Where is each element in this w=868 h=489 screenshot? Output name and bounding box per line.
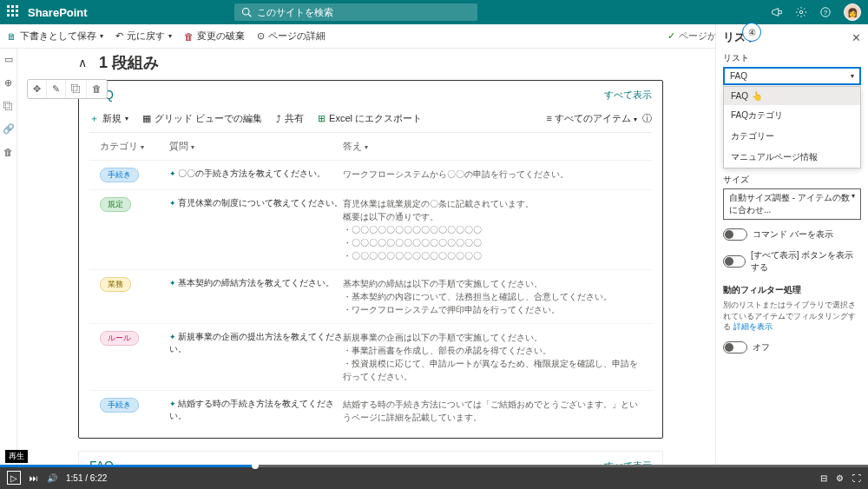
sparkle-icon: ✦ [169,169,176,178]
section-title: 1 段組み [99,52,159,73]
captions-icon[interactable]: ⊟ [820,473,827,483]
table-header: カテゴリ ▾ 質問 ▾ 答え ▾ [89,133,652,160]
search-icon [241,7,252,17]
question-text: 〇〇の手続き方法を教えてください。 [178,169,326,178]
fullscreen-icon[interactable]: ⛶ [852,473,861,483]
volume-icon[interactable]: 🔊 [47,473,57,483]
megaphone-icon[interactable] [771,6,783,18]
answer-text: 基本契約の締結は以下の手順で実施してください。・基本契約の内容について、法務担当… [343,277,641,316]
canvas: ∧ 1 段組み ✥ ✎ ⿻ 🗑 FAQ すべて表示 ＋新規▾ ▦グリッド ビュー… [17,49,715,466]
list-field-label: リスト [723,52,861,64]
list-select[interactable]: FAQ▾ [723,67,861,85]
grid-edit-button[interactable]: ▦グリッド ビューでの編集 [142,112,262,125]
move-icon[interactable]: ✥ [28,80,47,98]
video-controls: ▷ ⏭ 🔊 1:51 / 6:22 ⊟ ⚙ ⛶ [0,466,868,489]
category-tag: 規定 [100,197,131,212]
dropdown-option[interactable]: FAQカテゴリ [724,105,860,126]
table-row[interactable]: 規定✦育児休業の制度について教えてください。育児休業は就業規定の〇条に記載されて… [89,189,652,269]
table-row[interactable]: 手続き✦〇〇の手続き方法を教えてください。ワークフローシステムから〇〇の申請を行… [89,160,652,189]
settings-icon[interactable] [795,6,807,18]
category-tag: ルール [100,331,139,346]
dropdown-option[interactable]: カテゴリー [724,126,860,147]
tutorial-callout: ④ [742,23,761,42]
delete-icon[interactable]: 🗑 [3,147,13,157]
list-command-bar: ＋新規▾ ▦グリッド ビューでの編集 ⤴共有 ⊞Excel にエクスポート ≡ … [89,109,652,133]
discard-button[interactable]: 🗑変更の破棄 [184,30,245,43]
undo-button[interactable]: ↶元に戻す▾ [115,30,172,43]
table-row[interactable]: 業務✦基本契約の締結方法を教えてください。基本契約の締結は以下の手順で実施してく… [89,269,652,323]
details-link[interactable]: 詳細を表示 [733,322,773,331]
share-button[interactable]: ⤴共有 [276,112,304,125]
user-avatar[interactable]: 👩 [844,3,861,21]
property-pane: ④ リスト ✕ リスト FAQ▾ FAQ👆 FAQカテゴリ カテゴリー マニュア… [715,24,868,466]
dynamic-filter-toggle[interactable] [723,341,747,354]
dropdown-option[interactable]: マニュアルページ情報 [724,147,860,168]
left-toolbox: ▭ ⊕ ⿻ 🔗 🗑 [0,49,17,466]
search-box[interactable]: このサイトを検索 [234,3,477,21]
question-text: 結婚する時の手続き方法を教えてください。 [169,399,334,420]
add-section-icon[interactable]: ▭ [4,54,13,65]
suite-header: SharePoint このサイトを検索 ? 👩 [0,0,868,24]
question-text: 基本契約の締結方法を教えてください。 [178,278,334,287]
close-icon[interactable]: ✕ [852,31,861,44]
answer-text: 新規事業の企画は以下の手順で実施してください。・事業計画書を作成し、部長の承認を… [343,331,641,383]
svg-point-2 [799,10,803,14]
export-excel-button[interactable]: ⊞Excel にエクスポート [318,112,422,125]
showall-toggle[interactable] [723,255,746,268]
size-label: サイズ [723,174,861,186]
sparkle-icon: ✦ [169,199,176,208]
search-placeholder: このサイトを検索 [257,6,333,19]
list-webpart[interactable]: ✥ ✎ ⿻ 🗑 FAQ すべて表示 ＋新規▾ ▦グリッド ビューでの編集 ⤴共有… [78,80,663,439]
sparkle-icon: ✦ [169,333,176,341]
page-details-button[interactable]: ⊙ページの詳細 [257,30,326,43]
help-icon[interactable]: ? [819,6,832,18]
webpart-toolbar: ✥ ✎ ⿻ 🗑 [27,79,108,99]
duplicate-icon[interactable]: ⿻ [66,80,87,98]
svg-line-1 [248,14,251,17]
info-icon[interactable]: ⓘ [642,112,652,125]
progress-bar[interactable] [0,465,868,467]
toggle-label: オフ [753,341,770,354]
trash-icon[interactable]: 🗑 [87,80,107,98]
svg-text:?: ? [824,9,828,17]
category-tag: 手続き [100,398,139,413]
edit-icon[interactable]: ✎ [47,80,66,98]
table-row[interactable]: 手続き✦結婚する時の手続き方法を教えてください。結婚する時の手続き方法については… [89,390,652,431]
category-tag: 業務 [100,277,131,292]
answer-text: 結婚する時の手続き方法については「ご結婚おめでとうございます。」というページに詳… [343,398,641,424]
cursor-icon: 👆 [752,91,762,101]
settings-icon[interactable]: ⚙ [836,473,844,483]
sparkle-icon: ✦ [169,279,176,287]
collapse-icon[interactable]: ∧ [78,56,87,69]
question-text: 育児休業の制度について教えてください。 [178,198,343,208]
toggle-label: コマンド バーを表示 [753,228,833,241]
show-all-link[interactable]: すべて表示 [604,89,652,102]
sparkle-icon: ✦ [169,400,176,408]
app-launcher-icon[interactable] [7,5,21,19]
filter-heading: 動的フィルター処理 [723,284,861,296]
answer-text: ワークフローシステムから〇〇の申請を行ってください。 [343,168,641,181]
answer-text: 育児休業は就業規定の〇条に記載されています。概要は以下の通りです。・〇〇〇〇〇〇… [343,197,641,262]
svg-point-0 [242,9,249,16]
list-dropdown: FAQ👆 FAQカテゴリ カテゴリー マニュアルページ情報 [723,86,861,169]
category-tag: 手続き [100,168,139,182]
commandbar-toggle[interactable] [723,228,747,241]
skip-icon[interactable]: ⏭ [30,473,38,483]
view-switcher[interactable]: ≡ すべてのアイテム ▾ [546,112,637,125]
save-draft-button[interactable]: 🗎下書きとして保存▾ [7,30,103,43]
question-text: 新規事業の企画の提出方法を教えてください。 [169,332,343,354]
filter-description: 別のリストまたはライブラリで選択されているアイテムでフィルタリングする 詳細を表… [723,300,861,333]
link-icon[interactable]: 🔗 [3,123,15,135]
play-button[interactable]: ▷ [7,471,21,485]
time-display: 1:51 / 6:22 [66,473,107,483]
toggle-label: [すべて表示] ボタンを表示する [751,249,861,274]
add-webpart-icon[interactable]: ⊕ [4,77,12,89]
play-badge: 再生 [5,450,28,463]
brand-label: SharePoint [28,6,88,19]
copy-icon[interactable]: ⿻ [3,101,13,111]
size-select[interactable]: 自動サイズ調整 - アイテムの数に合わせ...▾ [723,188,861,220]
table-row[interactable]: ルール✦新規事業の企画の提出方法を教えてください。新規事業の企画は以下の手順で実… [89,323,652,390]
dropdown-option[interactable]: FAQ👆 [724,87,860,105]
new-item-button[interactable]: ＋新規▾ [89,112,128,125]
